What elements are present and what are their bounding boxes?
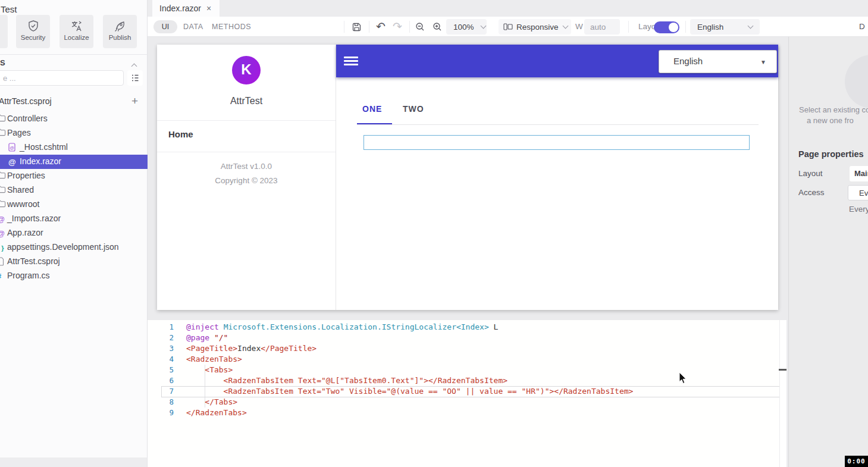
tree-item-wwwroot[interactable]: wwwroot (0, 198, 148, 212)
line-number: 9 (148, 408, 174, 418)
save-icon (352, 22, 362, 32)
code-text: <Tabs> (186, 365, 233, 375)
device-select[interactable]: Responsive (499, 19, 571, 35)
tree-item--imports-razor[interactable]: @_Imports.razor (0, 212, 148, 226)
hamburger-menu-icon[interactable] (344, 57, 358, 65)
toolbar-separator (409, 21, 410, 33)
code-text: <RadzenTabsItem Text="@L["TabsItem0.Text… (186, 375, 507, 386)
toolbar-separator (369, 21, 369, 33)
layout-field-select[interactable]: MainL (850, 166, 868, 181)
project-node-label: AttrTest.csproj (0, 96, 52, 106)
tree-item-attrtest-csproj[interactable]: AttrTest.csproj (0, 255, 148, 269)
width-input[interactable]: auto (584, 19, 620, 35)
access-field-label: Access (798, 188, 825, 197)
preview-language-select[interactable]: English ▼ (659, 50, 777, 73)
code-line[interactable]: 3<PageTitle>Index</PageTitle> (148, 343, 786, 354)
tree-item-label: Program.cs (7, 271, 50, 280)
code-text: </Tabs> (186, 397, 237, 408)
access-hint-text: Everyo (849, 205, 868, 214)
tree-item-pages[interactable]: Pages (0, 126, 148, 140)
tab-ui[interactable]: UI (153, 20, 177, 33)
collapse-chevron-icon[interactable] (131, 64, 137, 70)
nav-item-home[interactable]: Home (168, 129, 193, 139)
tree-item-app-razor[interactable]: @App.razor (0, 226, 148, 240)
width-value: auto (590, 23, 606, 32)
zoom-level-select[interactable]: 100% (446, 19, 487, 35)
page-canvas[interactable]: K AttrTest Home AttrTest v1.0.0 Copyrigh… (157, 45, 778, 310)
preview-tab-two[interactable]: TWO (403, 104, 424, 114)
tree-item--host-cshtml[interactable]: @_Host.cshtml (0, 140, 148, 155)
line-number: 6 (148, 375, 174, 386)
toolbar-separator (685, 21, 686, 33)
translate-icon (70, 19, 84, 33)
code-lines: 1@inject Microsoft.Extensions.Localizati… (148, 322, 786, 418)
localize-button[interactable]: Localize (59, 15, 93, 48)
code-line[interactable]: 1@inject Microsoft.Extensions.Localizati… (148, 322, 786, 333)
tab-divider (357, 124, 759, 125)
width-label: W (575, 22, 583, 31)
shield-icon (26, 19, 40, 33)
tab-data[interactable]: DATA (183, 23, 203, 31)
zoom-out-button[interactable] (413, 20, 427, 33)
redo-button[interactable]: ↷ (391, 20, 404, 33)
preview-tab-one[interactable]: ONE (362, 104, 382, 114)
chevron-down-icon (480, 23, 486, 29)
line-number: 2 (148, 333, 174, 343)
preview-app-header: English ▼ (336, 45, 778, 77)
search-input[interactable] (0, 70, 124, 86)
rocket-icon (113, 19, 127, 33)
code-editor[interactable]: 1@inject Microsoft.Extensions.Localizati… (148, 320, 786, 467)
preview-app-main: English ▼ ONE TWO (336, 45, 778, 310)
publish-button[interactable]: Publish (103, 15, 137, 48)
tree-item-shared[interactable]: Shared (0, 183, 148, 198)
mouse-cursor (679, 372, 687, 384)
project-title: Test (1, 4, 17, 14)
explorer-header: S (0, 58, 5, 67)
hint-text: a new one fro (807, 116, 854, 125)
chevron-down-icon (748, 23, 754, 29)
undo-icon: ↶ (376, 21, 386, 33)
code-text: </RadzenTabs> (186, 408, 247, 418)
access-field-select[interactable]: Ev (848, 185, 868, 200)
divider (157, 120, 336, 121)
toolbar-separator (628, 21, 629, 33)
code-line[interactable]: 2@page "/" (148, 333, 786, 343)
tree-item-label: Pages (7, 128, 31, 137)
svg-text:@: @ (10, 145, 14, 151)
ribbon-button-partial[interactable] (0, 15, 8, 48)
tree-item-controllers[interactable]: Controllers (0, 112, 148, 126)
code-line[interactable]: 9</RadzenTabs> (148, 408, 786, 418)
close-icon[interactable]: × (206, 4, 211, 13)
tree-item-index-razor[interactable]: @Index.razor (0, 155, 148, 169)
code-line[interactable]: 6 <RadzenTabsItem Text="@L["TabsItem0.Te… (148, 375, 786, 386)
hint-text: Select an existing co (799, 105, 868, 114)
tree-item-program-cs[interactable]: #Program.cs (0, 269, 148, 283)
code-line[interactable]: 4<RadzenTabs> (148, 354, 786, 365)
project-node[interactable]: AttrTest.csproj + (0, 94, 148, 109)
tab-index-razor[interactable]: Index.razor × (152, 0, 220, 17)
redo-icon: ↷ (393, 21, 402, 33)
code-text: @page "/" (186, 333, 228, 343)
line-number: 4 (148, 354, 174, 365)
tree-item-properties[interactable]: Properties (0, 169, 148, 183)
tree-item-label: _Host.cshtml (20, 142, 68, 152)
tree-item-appsettings-development-json[interactable]: { }appsettings.Development.json (0, 240, 148, 255)
code-line[interactable]: 5 <Tabs> (148, 365, 786, 375)
zoom-in-button[interactable] (431, 20, 444, 33)
layout-toggle[interactable] (654, 21, 679, 33)
tab-methods[interactable]: METHODS (212, 23, 251, 31)
sidebar-hscrollbar[interactable] (0, 457, 147, 467)
save-button[interactable] (350, 20, 363, 33)
tree-view-toggle-button[interactable] (127, 70, 143, 86)
security-button[interactable]: Security (16, 15, 50, 48)
language-select[interactable]: English (690, 19, 760, 35)
toggle-knob (669, 23, 678, 32)
selected-textbox-component[interactable] (364, 135, 750, 150)
editor-scrollbar[interactable] (779, 320, 786, 467)
properties-panel: Select an existing co a new one fro Page… (788, 37, 868, 467)
empty-state-circle (845, 55, 868, 108)
code-line[interactable]: 8 </Tabs> (148, 397, 786, 408)
tab-title: Index.razor (159, 4, 201, 13)
add-icon[interactable]: + (131, 95, 138, 108)
undo-button[interactable]: ↶ (374, 20, 387, 33)
